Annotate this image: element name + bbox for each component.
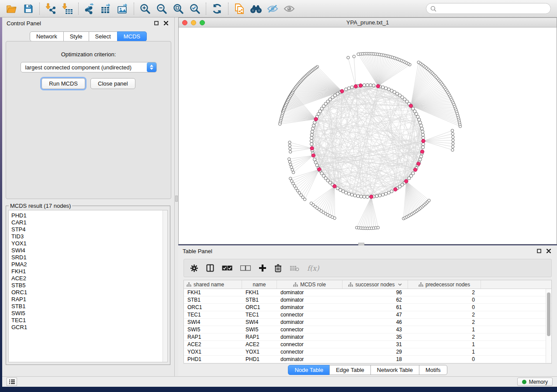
toolbar-separator <box>39 3 40 15</box>
tab-network[interactable]: Network <box>30 31 64 41</box>
table-cell: 2 <box>408 334 481 340</box>
splitter-handle[interactable] <box>175 196 178 202</box>
mcds-result-item[interactable]: PHD1 <box>11 212 167 219</box>
table-scrollbar[interactable] <box>546 289 551 363</box>
network-canvas[interactable] <box>179 28 557 244</box>
tab-edge-table[interactable]: Edge Table <box>329 365 371 375</box>
float-window-icon[interactable] <box>535 248 543 254</box>
column-header-name[interactable]: name <box>242 280 277 289</box>
node-table: shared namenameMCDS rolesuccessor nodesp… <box>183 280 552 364</box>
dropdown-stepper-icon <box>147 62 156 72</box>
search-field[interactable] <box>439 6 547 12</box>
network-graph[interactable] <box>179 28 557 244</box>
deselect-all-checkboxes-icon[interactable] <box>240 265 251 271</box>
column-panel-icon[interactable] <box>206 264 214 272</box>
toolbar-separator <box>228 3 228 15</box>
mcds-result-item[interactable]: RAP1 <box>11 296 167 303</box>
tab-mcds[interactable]: MCDS <box>117 31 147 41</box>
mcds-list-scrollbar[interactable] <box>163 210 167 362</box>
mcds-result-item[interactable]: SWI4 <box>11 247 167 254</box>
show-all-eye-icon[interactable] <box>281 2 298 16</box>
run-mcds-button[interactable]: Run MCDS <box>42 78 85 89</box>
open-file-icon[interactable] <box>3 2 20 16</box>
table-row[interactable]: SWI5SWI5connector431 <box>184 326 551 334</box>
zoom-in-icon[interactable] <box>137 2 153 16</box>
scrollbar-thumb[interactable] <box>547 292 550 336</box>
table-row[interactable]: FKH1FKH1dominator962 <box>184 289 551 296</box>
column-header-shared-name[interactable]: shared name <box>184 280 242 289</box>
table-row[interactable]: PHD1PHD1dominator180 <box>184 356 551 363</box>
table-row[interactable]: SWI4SWI4dominator462 <box>184 319 551 326</box>
tab-node-table[interactable]: Node Table <box>288 365 330 375</box>
mcds-result-item[interactable]: YOX1 <box>11 240 167 247</box>
mcds-result-item[interactable]: PMA2 <box>11 261 167 268</box>
add-column-plus-icon[interactable] <box>259 264 266 272</box>
column-header-predecessor-nodes[interactable]: predecessor nodes <box>408 280 481 289</box>
mcds-result-item[interactable]: FKH1 <box>11 268 167 275</box>
table-cell: 62 <box>343 296 408 303</box>
export-image-icon[interactable] <box>114 2 131 16</box>
table-cell: RAP1 <box>184 334 242 340</box>
import-network-icon[interactable] <box>42 2 59 16</box>
zoom-fit-icon[interactable] <box>170 2 187 16</box>
table-row[interactable]: YOX1YOX1connector291 <box>184 348 551 356</box>
refresh-layout-icon[interactable] <box>209 2 225 16</box>
tab-select[interactable]: Select <box>89 31 118 41</box>
mcds-result-title: MCDS result (17 nodes) <box>9 203 72 209</box>
search-input[interactable] <box>426 3 551 14</box>
mcds-result-item[interactable]: SRD1 <box>11 254 167 261</box>
task-history-button[interactable] <box>7 378 17 386</box>
table-row[interactable]: ACE2ACE2connector311 <box>184 341 551 348</box>
vertical-splitter[interactable] <box>175 17 178 376</box>
table-row[interactable]: RAP1RAP1dominator352 <box>184 334 551 341</box>
mcds-result-item[interactable]: ORC1 <box>11 289 167 296</box>
mcds-result-item[interactable]: STB1 <box>11 303 167 310</box>
memory-label: Memory <box>529 379 548 385</box>
close-panel-icon[interactable] <box>162 20 170 27</box>
control-panel-title: Control Panel <box>7 20 151 27</box>
mcds-result-item[interactable]: TID3 <box>11 233 167 240</box>
select-all-checkboxes-icon[interactable] <box>222 265 232 271</box>
table-row[interactable]: STB1STB1dominator620 <box>184 296 551 304</box>
table-row[interactable]: ORC1ORC1dominator610 <box>184 304 551 311</box>
table-panel-tabs: Node TableEdge TableNetwork TableMotifs <box>178 365 557 375</box>
optimization-criterion-dropdown[interactable]: largest connected component (undirected) <box>21 62 157 72</box>
table-settings-gear-icon[interactable] <box>190 264 198 272</box>
mcds-result-item[interactable]: GCR1 <box>11 324 167 331</box>
table-cell: STB1 <box>242 296 277 303</box>
save-session-icon[interactable] <box>20 2 37 16</box>
mcds-result-item[interactable]: SWI5 <box>11 310 167 317</box>
mcds-result-item[interactable]: STP4 <box>11 226 167 233</box>
tab-style[interactable]: Style <box>63 31 89 41</box>
list-icon <box>9 379 15 384</box>
close-panel-button[interactable]: Close panel <box>90 78 135 89</box>
mcds-result-item[interactable]: CAR1 <box>11 219 167 226</box>
network-window-titlebar[interactable]: YPA_prune.txt_1 <box>179 18 557 28</box>
mcds-result-item[interactable]: ACE2 <box>11 275 167 282</box>
column-header-label: shared name <box>194 282 224 288</box>
table-row[interactable]: TEC1TEC1connector472 <box>184 311 551 319</box>
import-table-icon[interactable] <box>59 2 76 16</box>
close-panel-icon[interactable] <box>545 248 553 254</box>
table-cell: connector <box>277 348 343 355</box>
memory-button[interactable]: Memory <box>517 378 553 386</box>
zoom-out-icon[interactable] <box>153 2 170 16</box>
export-table-icon[interactable] <box>98 2 114 16</box>
float-window-icon[interactable] <box>152 20 160 27</box>
mcds-result-list[interactable]: PHD1CAR1STP4TID3YOX1SWI4SRD1PMA2FKH1ACE2… <box>8 210 168 362</box>
zoom-selected-icon[interactable] <box>187 2 203 16</box>
mcds-result-item[interactable]: STB5 <box>11 282 167 289</box>
column-header-MCDS-role[interactable]: MCDS role <box>277 280 343 289</box>
tab-motifs[interactable]: Motifs <box>419 365 447 375</box>
hide-selected-eye-icon[interactable] <box>264 2 281 16</box>
function-builder-icon[interactable]: f(x) <box>307 264 319 272</box>
mcds-result-item[interactable]: TEC1 <box>11 317 167 324</box>
first-neighbors-icon[interactable] <box>248 2 264 16</box>
copy-network-icon[interactable] <box>231 2 248 16</box>
tab-network-table[interactable]: Network Table <box>370 365 419 375</box>
delete-column-trash-icon[interactable] <box>274 264 282 272</box>
search-icon <box>430 6 436 12</box>
column-header-successor-nodes[interactable]: successor nodes <box>343 280 408 289</box>
delete-table-icon[interactable] <box>290 265 299 272</box>
export-network-icon[interactable] <box>81 2 98 16</box>
